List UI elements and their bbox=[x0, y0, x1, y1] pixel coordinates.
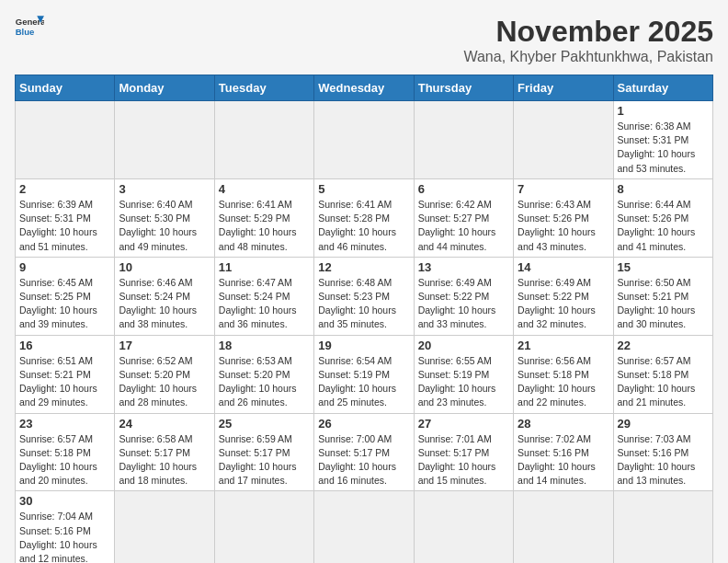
day-number: 24 bbox=[119, 417, 210, 431]
day-info: Sunrise: 7:04 AM Sunset: 5:16 PM Dayligh… bbox=[19, 510, 110, 563]
calendar-header-tuesday: Tuesday bbox=[214, 75, 313, 101]
day-info: Sunrise: 6:40 AM Sunset: 5:30 PM Dayligh… bbox=[119, 198, 210, 254]
day-info: Sunrise: 7:00 AM Sunset: 5:17 PM Dayligh… bbox=[318, 432, 409, 488]
calendar-cell: 16Sunrise: 6:51 AM Sunset: 5:21 PM Dayli… bbox=[16, 335, 115, 413]
day-number: 5 bbox=[318, 182, 409, 196]
day-info: Sunrise: 6:57 AM Sunset: 5:18 PM Dayligh… bbox=[19, 432, 110, 488]
calendar-cell: 4Sunrise: 6:41 AM Sunset: 5:29 PM Daylig… bbox=[214, 178, 313, 257]
calendar-header-row: SundayMondayTuesdayWednesdayThursdayFrid… bbox=[16, 75, 713, 101]
calendar-header-monday: Monday bbox=[115, 75, 214, 101]
day-info: Sunrise: 6:57 AM Sunset: 5:18 PM Dayligh… bbox=[618, 354, 709, 410]
calendar-week-6: 30Sunrise: 7:04 AM Sunset: 5:16 PM Dayli… bbox=[16, 491, 713, 563]
day-info: Sunrise: 7:02 AM Sunset: 5:16 PM Dayligh… bbox=[518, 432, 609, 488]
day-info: Sunrise: 6:44 AM Sunset: 5:26 PM Dayligh… bbox=[618, 198, 709, 254]
svg-text:Blue: Blue bbox=[16, 27, 35, 37]
day-info: Sunrise: 6:52 AM Sunset: 5:20 PM Dayligh… bbox=[119, 354, 210, 410]
day-info: Sunrise: 6:55 AM Sunset: 5:19 PM Dayligh… bbox=[418, 354, 509, 410]
calendar-cell: 7Sunrise: 6:43 AM Sunset: 5:26 PM Daylig… bbox=[514, 178, 613, 257]
day-info: Sunrise: 6:59 AM Sunset: 5:17 PM Dayligh… bbox=[219, 432, 310, 488]
day-info: Sunrise: 6:49 AM Sunset: 5:22 PM Dayligh… bbox=[518, 276, 609, 332]
calendar-cell: 9Sunrise: 6:45 AM Sunset: 5:25 PM Daylig… bbox=[16, 257, 115, 335]
calendar-cell: 15Sunrise: 6:50 AM Sunset: 5:21 PM Dayli… bbox=[613, 257, 712, 335]
day-number: 19 bbox=[318, 339, 409, 352]
calendar-cell bbox=[414, 491, 513, 563]
day-number: 3 bbox=[119, 182, 210, 196]
calendar-cell: 10Sunrise: 6:46 AM Sunset: 5:24 PM Dayli… bbox=[115, 257, 214, 335]
calendar-table: SundayMondayTuesdayWednesdayThursdayFrid… bbox=[15, 75, 713, 563]
calendar-cell: 20Sunrise: 6:55 AM Sunset: 5:19 PM Dayli… bbox=[414, 335, 513, 413]
calendar-cell bbox=[514, 101, 613, 179]
calendar-cell: 17Sunrise: 6:52 AM Sunset: 5:20 PM Dayli… bbox=[115, 335, 214, 413]
day-info: Sunrise: 6:39 AM Sunset: 5:31 PM Dayligh… bbox=[19, 198, 110, 254]
day-number: 4 bbox=[219, 182, 310, 196]
calendar-cell: 6Sunrise: 6:42 AM Sunset: 5:27 PM Daylig… bbox=[414, 178, 513, 257]
calendar-cell: 3Sunrise: 6:40 AM Sunset: 5:30 PM Daylig… bbox=[115, 178, 214, 257]
calendar-cell: 1Sunrise: 6:38 AM Sunset: 5:31 PM Daylig… bbox=[613, 101, 712, 179]
day-number: 9 bbox=[19, 260, 110, 274]
logo-svg: General Blue bbox=[15, 15, 44, 40]
location-title: Wana, Khyber Pakhtunkhwa, Pakistan bbox=[463, 49, 713, 65]
calendar-cell bbox=[16, 101, 115, 179]
calendar-cell: 11Sunrise: 6:47 AM Sunset: 5:24 PM Dayli… bbox=[214, 257, 313, 335]
calendar-cell: 19Sunrise: 6:54 AM Sunset: 5:19 PM Dayli… bbox=[314, 335, 414, 413]
day-info: Sunrise: 6:41 AM Sunset: 5:29 PM Dayligh… bbox=[219, 198, 310, 254]
day-info: Sunrise: 6:58 AM Sunset: 5:17 PM Dayligh… bbox=[119, 432, 210, 488]
day-info: Sunrise: 6:45 AM Sunset: 5:25 PM Dayligh… bbox=[19, 276, 110, 332]
day-number: 17 bbox=[119, 339, 210, 352]
day-number: 29 bbox=[618, 417, 709, 431]
calendar-cell: 27Sunrise: 7:01 AM Sunset: 5:17 PM Dayli… bbox=[414, 413, 513, 491]
day-number: 22 bbox=[618, 339, 709, 352]
calendar-cell bbox=[514, 491, 613, 563]
calendar-cell bbox=[314, 101, 414, 179]
calendar-cell: 30Sunrise: 7:04 AM Sunset: 5:16 PM Dayli… bbox=[16, 491, 115, 563]
month-title: November 2025 bbox=[463, 15, 713, 49]
calendar-cell: 8Sunrise: 6:44 AM Sunset: 5:26 PM Daylig… bbox=[613, 178, 712, 257]
day-number: 30 bbox=[19, 494, 110, 508]
day-info: Sunrise: 6:49 AM Sunset: 5:22 PM Dayligh… bbox=[418, 276, 509, 332]
calendar-header-wednesday: Wednesday bbox=[314, 75, 414, 101]
calendar-header-friday: Friday bbox=[514, 75, 613, 101]
day-info: Sunrise: 7:03 AM Sunset: 5:16 PM Dayligh… bbox=[618, 432, 709, 488]
calendar-cell: 18Sunrise: 6:53 AM Sunset: 5:20 PM Dayli… bbox=[214, 335, 313, 413]
day-info: Sunrise: 6:48 AM Sunset: 5:23 PM Dayligh… bbox=[318, 276, 409, 332]
calendar-cell: 24Sunrise: 6:58 AM Sunset: 5:17 PM Dayli… bbox=[115, 413, 214, 491]
day-number: 12 bbox=[318, 260, 409, 274]
calendar-cell bbox=[214, 491, 313, 563]
calendar-header-thursday: Thursday bbox=[414, 75, 513, 101]
calendar-cell: 12Sunrise: 6:48 AM Sunset: 5:23 PM Dayli… bbox=[314, 257, 414, 335]
day-number: 23 bbox=[19, 417, 110, 431]
calendar-week-5: 23Sunrise: 6:57 AM Sunset: 5:18 PM Dayli… bbox=[16, 413, 713, 491]
day-info: Sunrise: 6:51 AM Sunset: 5:21 PM Dayligh… bbox=[19, 354, 110, 410]
calendar-header-sunday: Sunday bbox=[16, 75, 115, 101]
day-info: Sunrise: 6:43 AM Sunset: 5:26 PM Dayligh… bbox=[518, 198, 609, 254]
calendar-cell bbox=[613, 491, 712, 563]
title-area: November 2025 Wana, Khyber Pakhtunkhwa, … bbox=[463, 15, 713, 65]
calendar-cell: 21Sunrise: 6:56 AM Sunset: 5:18 PM Dayli… bbox=[514, 335, 613, 413]
day-number: 10 bbox=[119, 260, 210, 274]
calendar-week-2: 2Sunrise: 6:39 AM Sunset: 5:31 PM Daylig… bbox=[16, 178, 713, 257]
calendar-cell bbox=[314, 491, 414, 563]
day-number: 13 bbox=[418, 260, 509, 274]
day-number: 20 bbox=[418, 339, 509, 352]
calendar-cell: 13Sunrise: 6:49 AM Sunset: 5:22 PM Dayli… bbox=[414, 257, 513, 335]
page-header: General Blue November 2025 Wana, Khyber … bbox=[15, 15, 713, 65]
calendar-cell bbox=[115, 101, 214, 179]
calendar-cell: 29Sunrise: 7:03 AM Sunset: 5:16 PM Dayli… bbox=[613, 413, 712, 491]
day-info: Sunrise: 6:38 AM Sunset: 5:31 PM Dayligh… bbox=[618, 120, 709, 176]
day-info: Sunrise: 6:56 AM Sunset: 5:18 PM Dayligh… bbox=[518, 354, 609, 410]
day-number: 8 bbox=[618, 182, 709, 196]
day-info: Sunrise: 7:01 AM Sunset: 5:17 PM Dayligh… bbox=[418, 432, 509, 488]
day-number: 11 bbox=[219, 260, 310, 274]
day-number: 27 bbox=[418, 417, 509, 431]
calendar-week-4: 16Sunrise: 6:51 AM Sunset: 5:21 PM Dayli… bbox=[16, 335, 713, 413]
calendar-cell: 26Sunrise: 7:00 AM Sunset: 5:17 PM Dayli… bbox=[314, 413, 414, 491]
calendar-cell: 2Sunrise: 6:39 AM Sunset: 5:31 PM Daylig… bbox=[16, 178, 115, 257]
day-info: Sunrise: 6:47 AM Sunset: 5:24 PM Dayligh… bbox=[219, 276, 310, 332]
day-info: Sunrise: 6:54 AM Sunset: 5:19 PM Dayligh… bbox=[318, 354, 409, 410]
calendar-week-1: 1Sunrise: 6:38 AM Sunset: 5:31 PM Daylig… bbox=[16, 101, 713, 179]
day-number: 16 bbox=[19, 339, 110, 352]
calendar-header-saturday: Saturday bbox=[613, 75, 712, 101]
day-number: 2 bbox=[19, 182, 110, 196]
calendar-cell bbox=[115, 491, 214, 563]
day-number: 6 bbox=[418, 182, 509, 196]
